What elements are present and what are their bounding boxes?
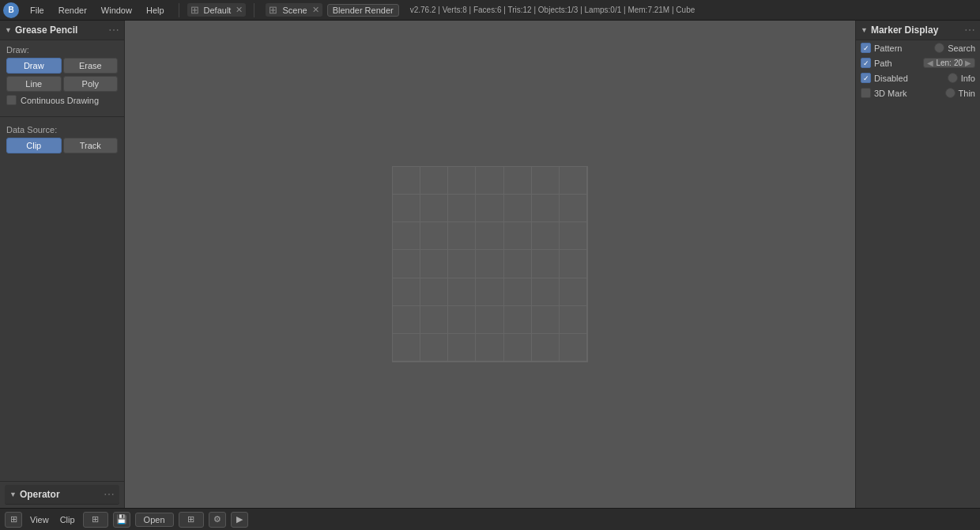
grid-cell	[393, 195, 420, 222]
menu-help[interactable]: Help	[140, 4, 171, 17]
grid-cell	[532, 306, 560, 334]
continuous-drawing-row[interactable]: Continuous Drawing	[6, 95, 118, 105]
scene-close-icon[interactable]: ✕	[312, 5, 319, 15]
line-button[interactable]: Line	[6, 76, 62, 92]
operator-collapse-triangle[interactable]: ▼	[9, 490, 17, 498]
grid-cell	[504, 278, 532, 306]
grid-cell	[504, 167, 532, 195]
right-panel: ▼ Marker Display ⋯ Pattern Search Path ◀…	[855, 21, 980, 508]
grid-cell	[420, 334, 448, 362]
grid-cell	[448, 222, 476, 250]
grid-cell	[532, 250, 560, 278]
menu-file[interactable]: File	[24, 4, 51, 17]
bottom-icon-btn-2[interactable]: ⊞	[83, 512, 108, 528]
pattern-checkbox[interactable]	[861, 43, 871, 53]
divider-2	[254, 3, 254, 17]
thin-label: Thin	[959, 89, 975, 98]
render-engine-select[interactable]: Blender Render	[327, 4, 399, 17]
search-circle[interactable]	[934, 43, 944, 53]
viewport-grid	[392, 166, 588, 362]
marker-collapse-triangle[interactable]: ▼	[861, 26, 868, 34]
scene-selector[interactable]: ⊞ Scene ✕	[266, 3, 322, 17]
continuous-drawing-label: Continuous Drawing	[21, 96, 99, 105]
draw-label: Draw:	[6, 45, 118, 55]
clip-menu[interactable]: Clip	[57, 513, 78, 526]
workspace-close-icon[interactable]: ✕	[236, 5, 243, 15]
path-checkbox[interactable]	[861, 58, 871, 68]
grid-cell	[393, 278, 420, 306]
thin-circle[interactable]	[945, 88, 956, 98]
grid-cell	[532, 278, 560, 306]
workspace-label: Default	[201, 6, 235, 15]
bottom-icon-btn-6[interactable]: ▶	[231, 512, 248, 528]
view-menu[interactable]: View	[27, 513, 52, 526]
track-button[interactable]: Track	[63, 138, 119, 153]
bottom-icon-btn-5[interactable]: ⚙	[209, 512, 226, 528]
grid-cell	[476, 306, 503, 334]
open-button[interactable]: Open	[135, 513, 174, 527]
grid-cell	[448, 306, 476, 334]
info-circle[interactable]	[948, 73, 958, 83]
operator-title: Operator	[20, 489, 100, 500]
bottom-icon-btn-1[interactable]: ⊞	[5, 512, 22, 528]
grid-cell	[420, 167, 448, 195]
workspace-selector[interactable]: ⊞ Default ✕	[187, 3, 247, 17]
clip-button[interactable]: Clip	[6, 138, 62, 153]
scene-info: v2.76.2 | Verts:8 | Faces:6 | Tris:12 | …	[410, 6, 695, 14]
len-value: 20	[954, 59, 963, 67]
grid-cell	[420, 250, 448, 278]
clip-track-row: Clip Track	[6, 138, 118, 153]
menu-render[interactable]: Render	[52, 4, 93, 17]
len-left-arrow[interactable]: ◀	[927, 59, 933, 67]
grid-cell	[393, 250, 420, 278]
disabled-label: Disabled	[874, 74, 944, 83]
left-panel-spacer	[0, 158, 124, 481]
bottom-icon-btn-4[interactable]: ⊞	[179, 512, 204, 528]
erase-button[interactable]: Erase	[63, 58, 119, 74]
grid-cell	[504, 334, 532, 362]
operator-options-dots[interactable]: ⋯	[104, 488, 115, 501]
len-label: Len:	[936, 59, 951, 67]
workspace-plus-icon[interactable]: ⊞	[190, 4, 199, 16]
marker-display-title: Marker Display	[871, 25, 961, 36]
grid-cell	[476, 222, 503, 250]
grid-cell	[476, 334, 503, 362]
grid-cell	[476, 167, 503, 195]
bottom-icon-btn-3[interactable]: 💾	[113, 512, 130, 528]
grid-cell	[420, 306, 448, 334]
marker-options-dots[interactable]: ⋯	[964, 24, 975, 36]
grid-cell	[532, 334, 560, 362]
panel-options-dots[interactable]: ⋯	[108, 24, 119, 36]
len-badge[interactable]: ◀ Len: 20 ▶	[923, 58, 975, 68]
grid-cell	[448, 250, 476, 278]
pattern-label: Pattern	[874, 44, 931, 53]
line-poly-row: Line Poly	[6, 76, 118, 92]
grid-cell	[532, 222, 560, 250]
poly-button[interactable]: Poly	[63, 76, 119, 92]
draw-button[interactable]: Draw	[6, 58, 62, 74]
grid-cell	[476, 195, 503, 222]
grid-cell	[393, 334, 420, 362]
grid-cell	[393, 306, 420, 334]
grid-cell	[448, 334, 476, 362]
disabled-checkbox[interactable]	[861, 73, 871, 83]
draw-erase-row: Draw Erase	[6, 58, 118, 74]
data-source-section: Data Source: Clip Track	[0, 120, 124, 158]
3dmark-checkbox[interactable]	[861, 88, 871, 98]
info-label: Info	[961, 74, 975, 83]
grid-cell	[448, 167, 476, 195]
3dmark-label: 3D Mark	[874, 89, 942, 98]
len-right-arrow[interactable]: ▶	[965, 59, 971, 67]
grid-cell	[504, 195, 532, 222]
main-content: ▼ Grease Pencil ⋯ Draw: Draw Erase Line …	[0, 21, 980, 508]
grid-cell	[560, 250, 587, 278]
menu-window[interactable]: Window	[95, 4, 138, 17]
left-panel: ▼ Grease Pencil ⋯ Draw: Draw Erase Line …	[0, 21, 125, 508]
panel-collapse-triangle[interactable]: ▼	[5, 26, 12, 34]
scene-label: Scene	[279, 6, 310, 15]
scene-plus-icon[interactable]: ⊞	[269, 4, 277, 16]
continuous-drawing-checkbox[interactable]	[6, 95, 17, 105]
center-viewport	[125, 21, 855, 508]
draw-section: Draw: Draw Erase Line Poly Continuous Dr…	[0, 40, 124, 113]
operator-header: ▼ Operator ⋯	[5, 485, 119, 505]
